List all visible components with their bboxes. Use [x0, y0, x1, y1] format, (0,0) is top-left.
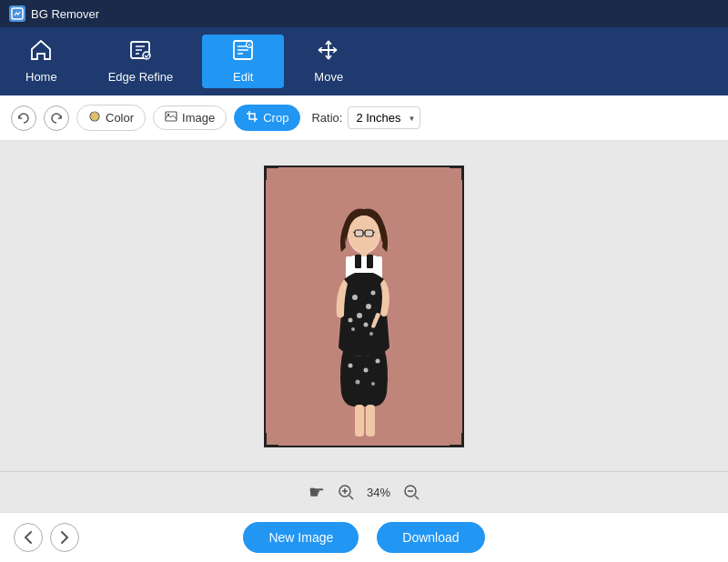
nav-edit[interactable]: Edit	[202, 35, 284, 88]
action-bar: New Image Download	[0, 512, 728, 562]
nav-move[interactable]: Move	[288, 27, 369, 95]
download-button[interactable]: Download	[377, 522, 484, 553]
svg-point-28	[349, 363, 353, 367]
svg-point-20	[366, 304, 371, 309]
svg-rect-18	[367, 255, 373, 268]
toolbar: Color Image Crop Ratio: 2 Inches 1:1 2:3	[0, 95, 728, 141]
app-icon	[9, 5, 25, 22]
move-icon	[317, 39, 340, 65]
svg-point-19	[352, 295, 358, 300]
app-title: BG Remover	[31, 7, 99, 21]
svg-rect-33	[355, 405, 364, 437]
prev-button[interactable]	[14, 523, 43, 552]
crop-button[interactable]: Crop	[234, 105, 300, 131]
svg-point-29	[364, 367, 369, 372]
nav-edit-label: Edit	[233, 70, 253, 84]
person-figure	[264, 166, 464, 447]
image-container	[264, 166, 464, 447]
nav-move-label: Move	[314, 70, 343, 84]
svg-rect-34	[366, 405, 375, 437]
navigation-arrows	[14, 523, 79, 552]
image-button[interactable]: Image	[153, 105, 227, 130]
canvas-area	[0, 141, 728, 471]
svg-rect-11	[365, 230, 373, 236]
svg-point-30	[376, 358, 380, 363]
svg-point-26	[351, 327, 355, 331]
nav-edge-refine[interactable]: Edge Refine	[83, 27, 199, 95]
pan-icon[interactable]: ☛	[308, 481, 325, 503]
crop-button-label: Crop	[263, 111, 288, 125]
color-icon	[88, 110, 101, 125]
svg-point-27	[369, 332, 373, 336]
redo-button[interactable]	[44, 105, 69, 131]
nav-bar: Home Edge Refine Edit	[0, 27, 728, 95]
title-bar: BG Remover	[0, 0, 728, 27]
svg-line-41	[415, 496, 419, 499]
svg-point-32	[371, 382, 375, 386]
zoom-out-button[interactable]	[403, 484, 420, 500]
zoom-bar: ☛ 34%	[0, 471, 728, 512]
nav-home-label: Home	[25, 70, 57, 84]
undo-button[interactable]	[11, 105, 36, 131]
new-image-button[interactable]: New Image	[243, 522, 359, 553]
color-button[interactable]: Color	[76, 105, 146, 131]
svg-point-9	[349, 216, 379, 252]
image-icon	[165, 111, 177, 125]
edit-icon	[231, 39, 255, 65]
edge-refine-icon	[128, 39, 152, 65]
svg-point-24	[364, 322, 369, 326]
nav-edge-refine-label: Edge Refine	[108, 70, 174, 84]
photo-background	[264, 166, 464, 447]
color-button-label: Color	[106, 111, 134, 125]
image-button-label: Image	[182, 111, 215, 125]
svg-rect-17	[355, 255, 361, 268]
svg-line-38	[349, 496, 353, 499]
home-icon	[29, 39, 53, 65]
svg-point-22	[371, 290, 376, 295]
crop-icon	[246, 110, 258, 125]
svg-point-21	[357, 313, 362, 318]
zoom-in-button[interactable]	[338, 484, 354, 500]
zoom-percent: 34%	[367, 486, 390, 499]
ratio-select[interactable]: 2 Inches 1:1 2:3 4:5 Free	[348, 106, 420, 129]
nav-home[interactable]: Home	[0, 27, 83, 95]
svg-rect-10	[355, 230, 363, 236]
svg-point-23	[349, 317, 353, 322]
svg-point-31	[356, 379, 360, 384]
next-button[interactable]	[50, 523, 79, 552]
ratio-label: Ratio:	[311, 111, 342, 125]
ratio-control: Ratio: 2 Inches 1:1 2:3 4:5 Free	[311, 106, 420, 129]
